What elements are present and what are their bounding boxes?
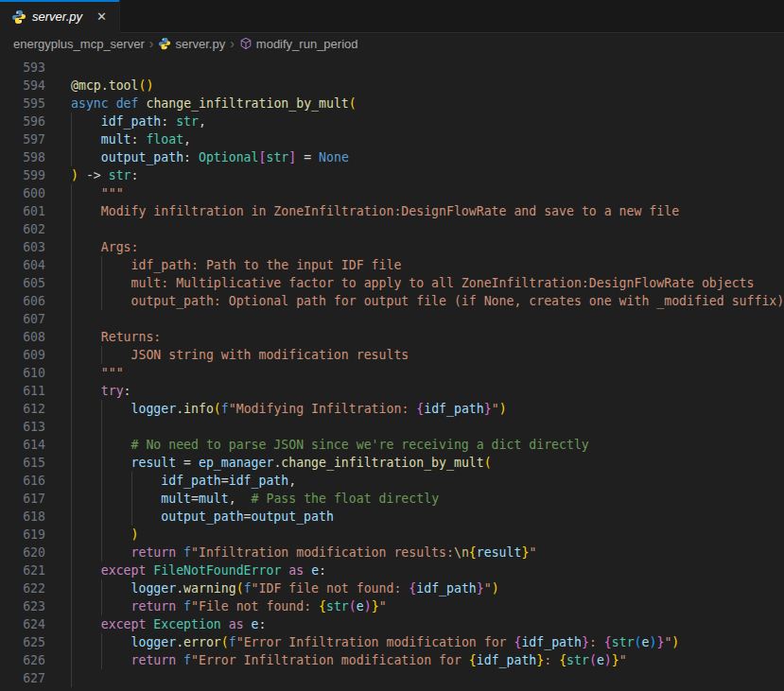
line-number[interactable]: 597 xyxy=(0,130,45,148)
code-line[interactable]: 615result = ep_manager.change_infiltrati… xyxy=(0,454,784,472)
code-line[interactable]: 624except Exception as e: xyxy=(0,615,784,633)
line-number[interactable]: 620 xyxy=(0,544,45,561)
code-token: # Pass the float directly xyxy=(252,492,440,506)
code-line[interactable]: 606output_path: Optional path for output… xyxy=(0,292,784,310)
line-number[interactable]: 599 xyxy=(0,166,45,184)
code-line[interactable]: 611try: xyxy=(0,382,784,400)
line-number[interactable]: 625 xyxy=(0,633,45,651)
line-number[interactable]: 594 xyxy=(0,77,45,95)
code-text: # No need to parse JSON since we're rece… xyxy=(71,436,589,454)
breadcrumb-item-folder[interactable]: energyplus_mcp_server xyxy=(13,37,145,51)
code-line[interactable]: 594@mcp.tool() xyxy=(0,77,784,95)
line-number[interactable]: 595 xyxy=(0,95,45,112)
line-number[interactable]: 596 xyxy=(0,112,45,130)
code-token: logger xyxy=(131,635,177,649)
code-line[interactable]: 617mult=mult, # Pass the float directly xyxy=(0,490,784,508)
code-line[interactable]: 607 xyxy=(0,310,784,328)
code-line[interactable]: 621except FileNotFoundError as e: xyxy=(0,561,784,579)
line-number[interactable]: 616 xyxy=(0,472,45,490)
tab-close-icon[interactable]: ✕ xyxy=(94,9,110,25)
tab-server-py[interactable]: server.py ✕ xyxy=(0,0,120,33)
code-token: logger xyxy=(131,581,177,596)
code-token: return xyxy=(131,545,177,560)
line-number[interactable]: 612 xyxy=(0,400,45,418)
line-number[interactable]: 614 xyxy=(0,436,45,454)
code-line[interactable]: 596idf_path: str, xyxy=(0,112,784,130)
line-number[interactable]: 623 xyxy=(0,597,45,615)
code-token: idf_path xyxy=(521,635,582,649)
code-text: mult=mult, # Pass the float directly xyxy=(71,490,439,508)
code-token: { xyxy=(469,653,477,667)
code-line[interactable]: 608Returns: xyxy=(0,328,784,346)
code-line[interactable]: 627 xyxy=(0,669,784,687)
code-text: return f"File not found: {str(e)}" xyxy=(71,597,387,615)
code-line[interactable]: 618output_path=output_path xyxy=(0,508,784,526)
code-line[interactable]: 626return f"Error Infiltration modificat… xyxy=(0,651,784,669)
line-number[interactable]: 627 xyxy=(0,669,45,687)
breadcrumb-item-symbol[interactable]: modify_run_period xyxy=(239,37,358,51)
code-line[interactable]: 614# No need to parse JSON since we're r… xyxy=(0,436,784,454)
code-line[interactable]: 619) xyxy=(0,526,784,544)
code-line[interactable]: 620return f"Infiltration modification re… xyxy=(0,544,784,561)
code-line[interactable]: 613 xyxy=(0,418,784,436)
code-text: async def change_infiltration_by_mult( xyxy=(71,95,357,112)
line-number[interactable]: 615 xyxy=(0,454,45,472)
code-line[interactable]: 609JSON string with modification results xyxy=(0,346,784,364)
breadcrumb-symbol-label: modify_run_period xyxy=(256,37,358,51)
code-text: mult: Multiplicative factor to apply to … xyxy=(71,274,754,292)
code-editor[interactable]: 592593594@mcp.tool()595async def change_… xyxy=(0,54,784,691)
line-number[interactable]: 606 xyxy=(0,292,45,310)
line-number[interactable]: 619 xyxy=(0,526,45,544)
line-number[interactable]: 613 xyxy=(0,418,45,436)
line-number[interactable]: 598 xyxy=(0,148,45,166)
line-number[interactable]: 603 xyxy=(0,238,45,256)
line-number[interactable]: 608 xyxy=(0,328,45,346)
line-number[interactable]: 605 xyxy=(0,274,45,292)
line-number[interactable]: 611 xyxy=(0,382,45,400)
code-token: str xyxy=(612,635,635,649)
code-token: idf_path xyxy=(424,402,484,416)
code-token: output_path xyxy=(161,510,243,524)
code-line[interactable]: 595async def change_infiltration_by_mult… xyxy=(0,95,784,112)
line-number[interactable]: 601 xyxy=(0,202,45,220)
line-number[interactable]: 602 xyxy=(0,220,45,238)
indent-guide xyxy=(131,490,162,508)
indent-guide xyxy=(71,130,101,148)
code-line[interactable]: 625logger.error(f"Error Infiltration mod… xyxy=(0,633,784,651)
breadcrumb-item-file[interactable]: server.py xyxy=(158,37,225,51)
line-number[interactable]: 600 xyxy=(0,184,45,202)
line-number[interactable]: 607 xyxy=(0,310,45,328)
line-number[interactable]: 610 xyxy=(0,364,45,382)
code-line[interactable]: 599) -> str: xyxy=(0,166,784,184)
code-line[interactable]: 593 xyxy=(0,59,784,77)
code-line[interactable]: 603Args: xyxy=(0,238,784,256)
code-line[interactable]: 622logger.warning(f"IDF file not found: … xyxy=(0,579,784,597)
code-line[interactable]: 597mult: float, xyxy=(0,130,784,148)
code-token: Modify infiltration in ZoneInfiltration:… xyxy=(101,204,679,218)
line-number[interactable]: 593 xyxy=(0,59,45,77)
code-token: ( xyxy=(221,635,229,649)
code-line[interactable]: 604idf_path: Path to the input IDF file xyxy=(0,256,784,274)
code-line[interactable]: 602 xyxy=(0,220,784,238)
line-number[interactable]: 626 xyxy=(0,651,45,669)
code-token: "Error Infiltration modification for xyxy=(236,635,514,649)
indent-guide xyxy=(131,472,162,490)
line-number[interactable]: 604 xyxy=(0,256,45,274)
line-number[interactable]: 622 xyxy=(0,579,45,597)
code-line[interactable]: 616idf_path=idf_path, xyxy=(0,472,784,490)
code-token: ( xyxy=(589,653,597,667)
line-number[interactable]: 624 xyxy=(0,615,45,633)
code-line[interactable]: 610""" xyxy=(0,364,784,382)
code-line[interactable]: 623return f"File not found: {str(e)}" xyxy=(0,597,784,615)
code-line[interactable]: 605mult: Multiplicative factor to apply … xyxy=(0,274,784,292)
code-line[interactable]: 612logger.info(f"Modifying Infiltration:… xyxy=(0,400,784,418)
code-line[interactable]: 598output_path: Optional[str] = None xyxy=(0,148,784,166)
code-token: "File not found: xyxy=(191,599,319,613)
code-token: idf_path xyxy=(477,653,537,667)
line-number[interactable]: 609 xyxy=(0,346,45,364)
line-number[interactable]: 618 xyxy=(0,508,45,526)
line-number[interactable]: 617 xyxy=(0,490,45,508)
code-line[interactable]: 600""" xyxy=(0,184,784,202)
line-number[interactable]: 621 xyxy=(0,561,45,579)
code-line[interactable]: 601Modify infiltration in ZoneInfiltrati… xyxy=(0,202,784,220)
